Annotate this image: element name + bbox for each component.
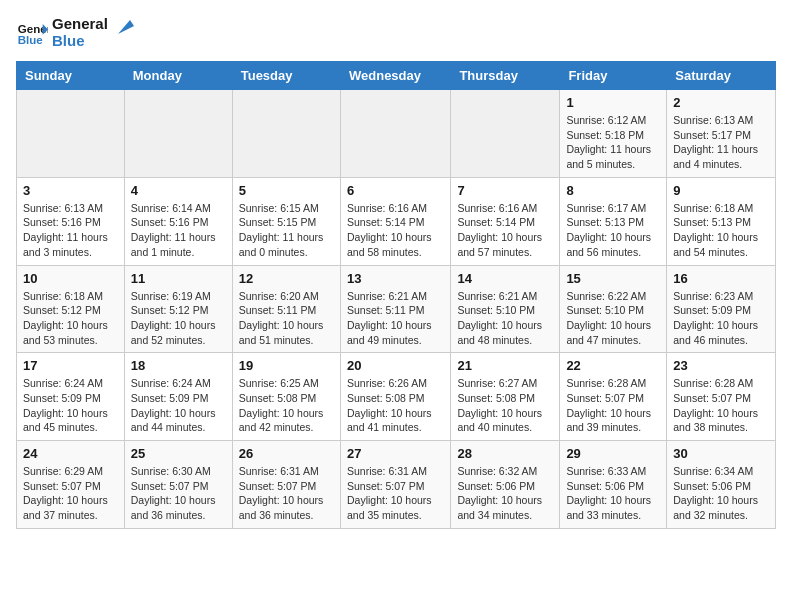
logo-line2: Blue bbox=[52, 33, 108, 50]
day-info: Sunrise: 6:28 AMSunset: 5:07 PMDaylight:… bbox=[566, 376, 660, 435]
day-number: 23 bbox=[673, 358, 769, 373]
day-info: Sunrise: 6:17 AMSunset: 5:13 PMDaylight:… bbox=[566, 201, 660, 260]
day-info: Sunrise: 6:22 AMSunset: 5:10 PMDaylight:… bbox=[566, 289, 660, 348]
calendar-cell: 18Sunrise: 6:24 AMSunset: 5:09 PMDayligh… bbox=[124, 353, 232, 441]
day-number: 13 bbox=[347, 271, 444, 286]
calendar-cell: 30Sunrise: 6:34 AMSunset: 5:06 PMDayligh… bbox=[667, 441, 776, 529]
calendar-week-3: 10Sunrise: 6:18 AMSunset: 5:12 PMDayligh… bbox=[17, 265, 776, 353]
calendar-cell: 5Sunrise: 6:15 AMSunset: 5:15 PMDaylight… bbox=[232, 177, 340, 265]
weekday-header-friday: Friday bbox=[560, 62, 667, 90]
day-info: Sunrise: 6:13 AMSunset: 5:16 PMDaylight:… bbox=[23, 201, 118, 260]
calendar-cell: 1Sunrise: 6:12 AMSunset: 5:18 PMDaylight… bbox=[560, 90, 667, 178]
day-info: Sunrise: 6:19 AMSunset: 5:12 PMDaylight:… bbox=[131, 289, 226, 348]
day-info: Sunrise: 6:30 AMSunset: 5:07 PMDaylight:… bbox=[131, 464, 226, 523]
day-number: 29 bbox=[566, 446, 660, 461]
calendar-cell bbox=[124, 90, 232, 178]
day-number: 3 bbox=[23, 183, 118, 198]
calendar-cell: 3Sunrise: 6:13 AMSunset: 5:16 PMDaylight… bbox=[17, 177, 125, 265]
weekday-header-thursday: Thursday bbox=[451, 62, 560, 90]
calendar-cell: 8Sunrise: 6:17 AMSunset: 5:13 PMDaylight… bbox=[560, 177, 667, 265]
day-number: 8 bbox=[566, 183, 660, 198]
day-info: Sunrise: 6:33 AMSunset: 5:06 PMDaylight:… bbox=[566, 464, 660, 523]
day-number: 7 bbox=[457, 183, 553, 198]
calendar-cell: 23Sunrise: 6:28 AMSunset: 5:07 PMDayligh… bbox=[667, 353, 776, 441]
calendar-week-5: 24Sunrise: 6:29 AMSunset: 5:07 PMDayligh… bbox=[17, 441, 776, 529]
day-info: Sunrise: 6:29 AMSunset: 5:07 PMDaylight:… bbox=[23, 464, 118, 523]
calendar-cell: 19Sunrise: 6:25 AMSunset: 5:08 PMDayligh… bbox=[232, 353, 340, 441]
day-number: 20 bbox=[347, 358, 444, 373]
day-number: 28 bbox=[457, 446, 553, 461]
day-number: 30 bbox=[673, 446, 769, 461]
calendar-cell: 28Sunrise: 6:32 AMSunset: 5:06 PMDayligh… bbox=[451, 441, 560, 529]
day-info: Sunrise: 6:20 AMSunset: 5:11 PMDaylight:… bbox=[239, 289, 334, 348]
day-info: Sunrise: 6:18 AMSunset: 5:13 PMDaylight:… bbox=[673, 201, 769, 260]
day-number: 27 bbox=[347, 446, 444, 461]
calendar-cell: 27Sunrise: 6:31 AMSunset: 5:07 PMDayligh… bbox=[340, 441, 450, 529]
day-number: 11 bbox=[131, 271, 226, 286]
calendar-cell: 2Sunrise: 6:13 AMSunset: 5:17 PMDaylight… bbox=[667, 90, 776, 178]
calendar-cell: 26Sunrise: 6:31 AMSunset: 5:07 PMDayligh… bbox=[232, 441, 340, 529]
svg-text:Blue: Blue bbox=[18, 33, 44, 45]
calendar-cell: 24Sunrise: 6:29 AMSunset: 5:07 PMDayligh… bbox=[17, 441, 125, 529]
calendar-cell: 14Sunrise: 6:21 AMSunset: 5:10 PMDayligh… bbox=[451, 265, 560, 353]
calendar-cell: 20Sunrise: 6:26 AMSunset: 5:08 PMDayligh… bbox=[340, 353, 450, 441]
day-info: Sunrise: 6:32 AMSunset: 5:06 PMDaylight:… bbox=[457, 464, 553, 523]
calendar-cell: 22Sunrise: 6:28 AMSunset: 5:07 PMDayligh… bbox=[560, 353, 667, 441]
weekday-header-monday: Monday bbox=[124, 62, 232, 90]
day-number: 21 bbox=[457, 358, 553, 373]
calendar-cell bbox=[17, 90, 125, 178]
day-info: Sunrise: 6:34 AMSunset: 5:06 PMDaylight:… bbox=[673, 464, 769, 523]
calendar-body: 1Sunrise: 6:12 AMSunset: 5:18 PMDaylight… bbox=[17, 90, 776, 529]
calendar-cell: 21Sunrise: 6:27 AMSunset: 5:08 PMDayligh… bbox=[451, 353, 560, 441]
day-info: Sunrise: 6:28 AMSunset: 5:07 PMDaylight:… bbox=[673, 376, 769, 435]
day-info: Sunrise: 6:16 AMSunset: 5:14 PMDaylight:… bbox=[457, 201, 553, 260]
day-info: Sunrise: 6:16 AMSunset: 5:14 PMDaylight:… bbox=[347, 201, 444, 260]
calendar-cell: 9Sunrise: 6:18 AMSunset: 5:13 PMDaylight… bbox=[667, 177, 776, 265]
day-number: 1 bbox=[566, 95, 660, 110]
calendar-table: SundayMondayTuesdayWednesdayThursdayFrid… bbox=[16, 61, 776, 529]
day-number: 17 bbox=[23, 358, 118, 373]
day-number: 22 bbox=[566, 358, 660, 373]
day-info: Sunrise: 6:12 AMSunset: 5:18 PMDaylight:… bbox=[566, 113, 660, 172]
calendar-cell: 16Sunrise: 6:23 AMSunset: 5:09 PMDayligh… bbox=[667, 265, 776, 353]
day-info: Sunrise: 6:14 AMSunset: 5:16 PMDaylight:… bbox=[131, 201, 226, 260]
calendar-cell: 29Sunrise: 6:33 AMSunset: 5:06 PMDayligh… bbox=[560, 441, 667, 529]
day-number: 12 bbox=[239, 271, 334, 286]
day-info: Sunrise: 6:21 AMSunset: 5:11 PMDaylight:… bbox=[347, 289, 444, 348]
calendar-cell bbox=[451, 90, 560, 178]
calendar-cell: 4Sunrise: 6:14 AMSunset: 5:16 PMDaylight… bbox=[124, 177, 232, 265]
calendar-cell: 10Sunrise: 6:18 AMSunset: 5:12 PMDayligh… bbox=[17, 265, 125, 353]
day-number: 5 bbox=[239, 183, 334, 198]
calendar-week-4: 17Sunrise: 6:24 AMSunset: 5:09 PMDayligh… bbox=[17, 353, 776, 441]
calendar-cell: 15Sunrise: 6:22 AMSunset: 5:10 PMDayligh… bbox=[560, 265, 667, 353]
day-info: Sunrise: 6:24 AMSunset: 5:09 PMDaylight:… bbox=[23, 376, 118, 435]
day-info: Sunrise: 6:24 AMSunset: 5:09 PMDaylight:… bbox=[131, 376, 226, 435]
day-info: Sunrise: 6:27 AMSunset: 5:08 PMDaylight:… bbox=[457, 376, 553, 435]
calendar-cell: 11Sunrise: 6:19 AMSunset: 5:12 PMDayligh… bbox=[124, 265, 232, 353]
day-number: 24 bbox=[23, 446, 118, 461]
weekday-header-saturday: Saturday bbox=[667, 62, 776, 90]
day-number: 16 bbox=[673, 271, 769, 286]
day-number: 9 bbox=[673, 183, 769, 198]
day-number: 4 bbox=[131, 183, 226, 198]
day-number: 26 bbox=[239, 446, 334, 461]
day-number: 6 bbox=[347, 183, 444, 198]
day-info: Sunrise: 6:25 AMSunset: 5:08 PMDaylight:… bbox=[239, 376, 334, 435]
day-number: 14 bbox=[457, 271, 553, 286]
day-info: Sunrise: 6:15 AMSunset: 5:15 PMDaylight:… bbox=[239, 201, 334, 260]
day-number: 15 bbox=[566, 271, 660, 286]
calendar-cell: 7Sunrise: 6:16 AMSunset: 5:14 PMDaylight… bbox=[451, 177, 560, 265]
calendar-cell: 12Sunrise: 6:20 AMSunset: 5:11 PMDayligh… bbox=[232, 265, 340, 353]
day-info: Sunrise: 6:26 AMSunset: 5:08 PMDaylight:… bbox=[347, 376, 444, 435]
logo: General Blue General Blue bbox=[16, 16, 134, 49]
day-number: 19 bbox=[239, 358, 334, 373]
day-number: 10 bbox=[23, 271, 118, 286]
logo-line1: General bbox=[52, 16, 108, 33]
calendar-week-1: 1Sunrise: 6:12 AMSunset: 5:18 PMDaylight… bbox=[17, 90, 776, 178]
calendar-cell: 6Sunrise: 6:16 AMSunset: 5:14 PMDaylight… bbox=[340, 177, 450, 265]
weekday-header-tuesday: Tuesday bbox=[232, 62, 340, 90]
calendar-header-row: SundayMondayTuesdayWednesdayThursdayFrid… bbox=[17, 62, 776, 90]
calendar-week-2: 3Sunrise: 6:13 AMSunset: 5:16 PMDaylight… bbox=[17, 177, 776, 265]
day-info: Sunrise: 6:13 AMSunset: 5:17 PMDaylight:… bbox=[673, 113, 769, 172]
day-info: Sunrise: 6:31 AMSunset: 5:07 PMDaylight:… bbox=[347, 464, 444, 523]
